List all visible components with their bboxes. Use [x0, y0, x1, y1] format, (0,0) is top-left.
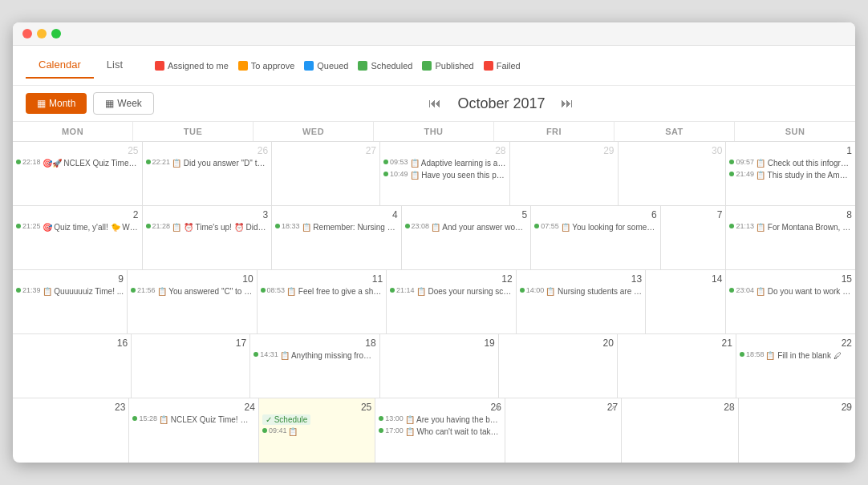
month-button-label: Month: [49, 98, 75, 109]
day-number: 22: [740, 337, 852, 350]
day-number: 26: [146, 145, 269, 158]
calendar-event[interactable]: 07:55📋 You looking for some n...: [534, 222, 657, 232]
current-period: October 2017: [457, 95, 545, 112]
day-3-4[interactable]: 20: [499, 334, 618, 398]
day-number: 27: [275, 145, 376, 158]
event-dot: [379, 416, 383, 421]
day-3-6[interactable]: 2218:58📋 Fill in the blank 🖊: [736, 334, 855, 398]
prev-button[interactable]: ⏮: [425, 93, 444, 114]
next-button[interactable]: ⏭: [558, 93, 577, 114]
day-number: 28: [625, 402, 734, 414]
day-2-5[interactable]: 14: [646, 270, 726, 333]
day-number: 16: [16, 337, 128, 350]
day-4-0[interactable]: 23: [13, 398, 129, 463]
event-dot: [379, 428, 383, 433]
calendar-event[interactable]: 21:13📋 For Montana Brown, sh...: [729, 222, 852, 232]
day-0-2[interactable]: 27: [272, 142, 380, 205]
day-0-4[interactable]: 29: [510, 142, 619, 205]
calendar-event[interactable]: 18:33📋 Remember: Nursing sch...: [275, 222, 398, 232]
calendar-event[interactable]: 09:41📋: [262, 426, 371, 437]
legend-failed-dot: [484, 61, 493, 71]
calendar-event[interactable]: 17:00📋 Who can't wait to take the...: [379, 426, 501, 437]
calendar-event[interactable]: 21:39📋 Quuuuuuiz Time! ...: [16, 286, 124, 297]
event-dot: [16, 288, 21, 293]
calendar-event[interactable]: 09:53📋 Adaptive learning is a p...: [383, 158, 506, 168]
maximize-button[interactable]: [51, 29, 61, 38]
event-title: 📋 Do you want to work at ...: [756, 286, 852, 297]
day-0-5[interactable]: 30: [619, 142, 727, 205]
day-1-1[interactable]: 321:28📋 ⏰ Time's up! ⏰ Did yo...: [143, 206, 273, 269]
calendar-body: 2522:18🎯🚀 NCLEX Quiz Time! ...2622:21📋 D…: [13, 142, 855, 463]
day-number: 21: [621, 337, 732, 350]
day-1-5[interactable]: 7: [661, 206, 727, 269]
day-1-0[interactable]: 221:25🎯 Quiz time, y'all! 🐤 Whic...: [13, 206, 143, 269]
calendar-event[interactable]: 09:57📋 Check out this infograp...: [729, 158, 852, 168]
calendar-event[interactable]: 21:28📋 ⏰ Time's up! ⏰ Did yo...: [146, 222, 269, 232]
day-0-1[interactable]: 2622:21📋 Did you answer "D" to t...: [143, 142, 273, 205]
calendar-event[interactable]: 08:53📋 Feel free to give a shout...: [261, 286, 383, 297]
day-0-6[interactable]: 109:57📋 Check out this infograp...21:49📋…: [726, 142, 855, 205]
day-1-4[interactable]: 607:55📋 You looking for some n...: [531, 206, 661, 269]
tab-calendar[interactable]: Calendar: [26, 52, 94, 79]
day-3-1[interactable]: 17: [132, 334, 250, 398]
day-1-2[interactable]: 418:33📋 Remember: Nursing sch...: [272, 206, 402, 269]
event-title: 📋 ⏰ Time's up! ⏰ Did yo...: [172, 222, 268, 232]
day-1-3[interactable]: 523:08📋 And your answer would...: [402, 206, 532, 269]
day-0-3[interactable]: 2809:53📋 Adaptive learning is a p...10:4…: [380, 142, 510, 205]
day-0-0[interactable]: 2522:18🎯🚀 NCLEX Quiz Time! ...: [13, 142, 143, 205]
calendar-event[interactable]: 21:49📋 This study in the Americ...: [729, 170, 852, 180]
day-3-0[interactable]: 16: [13, 334, 132, 398]
day-number: 30: [622, 145, 723, 158]
event-time: 18:33: [282, 222, 300, 232]
legend-queued-dot: [304, 61, 314, 71]
calendar-event[interactable]: 15:28📋 NCLEX Quiz Time! 🎯 ...: [132, 414, 255, 425]
calendar-event[interactable]: 22:18🎯🚀 NCLEX Quiz Time! ...: [16, 158, 139, 168]
day-number: 14: [649, 273, 722, 286]
calendar-event[interactable]: 21:56📋 You answered "C" to thi...: [131, 286, 254, 297]
calendar-event[interactable]: 23:08📋 And your answer would...: [405, 222, 528, 232]
calendar-event[interactable]: 10:49📋 Have you seen this phot...: [383, 170, 506, 180]
tab-bar: Calendar List: [26, 52, 136, 79]
day-3-3[interactable]: 19: [380, 334, 499, 398]
day-4-6[interactable]: 29↗: [739, 398, 855, 463]
day-3-2[interactable]: 1814:31📋 Anything missing from t...: [250, 334, 380, 398]
calendar-event[interactable]: 14:00📋 Nursing students are th...: [520, 286, 643, 297]
day-2-0[interactable]: 921:39📋 Quuuuuuiz Time! ...: [13, 270, 128, 333]
day-4-3[interactable]: 26↗13:00📋 Are you having the best ye...1…: [375, 398, 505, 463]
calendar-event[interactable]: 21:14📋 Does your nursing scho...: [390, 286, 513, 297]
event-title: 📋 You looking for some n...: [561, 222, 657, 232]
legend-toapprove-label: To approve: [251, 61, 294, 71]
legend-scheduled-dot: [358, 61, 367, 71]
event-dot: [146, 160, 151, 164]
day-2-1[interactable]: 1021:56📋 You answered "C" to thi...: [128, 270, 258, 333]
day-4-2[interactable]: 25✓ Schedule09:41📋: [259, 398, 375, 463]
day-3-5[interactable]: 21: [618, 334, 736, 398]
tab-list[interactable]: List: [94, 52, 136, 79]
calendar-event[interactable]: 22:21📋 Did you answer "D" to t...: [146, 158, 269, 168]
close-button[interactable]: [22, 29, 32, 38]
minimize-button[interactable]: [37, 29, 47, 38]
day-4-5[interactable]: 28↗: [622, 398, 738, 463]
week-4: 232415:28📋 NCLEX Quiz Time! 🎯 ...25✓ Sch…: [13, 398, 855, 463]
draft-icon: ↗: [609, 403, 616, 414]
day-2-4[interactable]: 1314:00📋 Nursing students are th...: [517, 270, 647, 333]
day-4-1[interactable]: 2415:28📋 NCLEX Quiz Time! 🎯 ...: [129, 398, 259, 463]
day-2-3[interactable]: 1221:14📋 Does your nursing scho...: [387, 270, 517, 333]
day-1-6[interactable]: 821:13📋 For Montana Brown, sh...: [726, 206, 855, 269]
calendar-event[interactable]: 13:00📋 Are you having the best ye...: [379, 414, 501, 425]
day-2-2[interactable]: 1108:53📋 Feel free to give a shout...: [258, 270, 387, 333]
event-dot: [146, 224, 151, 228]
calendar-event[interactable]: 23:04📋 Do you want to work at ...: [729, 286, 852, 297]
schedule-tag[interactable]: ✓ Schedule: [262, 414, 310, 425]
day-2-6[interactable]: 1523:04📋 Do you want to work at ...: [726, 270, 855, 333]
calendar-event[interactable]: 21:25🎯 Quiz time, y'all! 🐤 Whic...: [16, 222, 139, 232]
day-number: 20: [502, 337, 614, 350]
event-time: 14:31: [260, 350, 278, 360]
month-button[interactable]: ▦ Month: [26, 93, 87, 114]
calendar-event[interactable]: 18:58📋 Fill in the blank 🖊: [740, 350, 852, 361]
calendar-event[interactable]: 14:31📋 Anything missing from t...: [254, 350, 376, 361]
day-4-4[interactable]: 27↗: [505, 398, 622, 463]
header-sun: SUN: [735, 122, 855, 141]
legend-queued-label: Queued: [317, 61, 348, 71]
week-button[interactable]: ▦ Week: [93, 92, 153, 115]
